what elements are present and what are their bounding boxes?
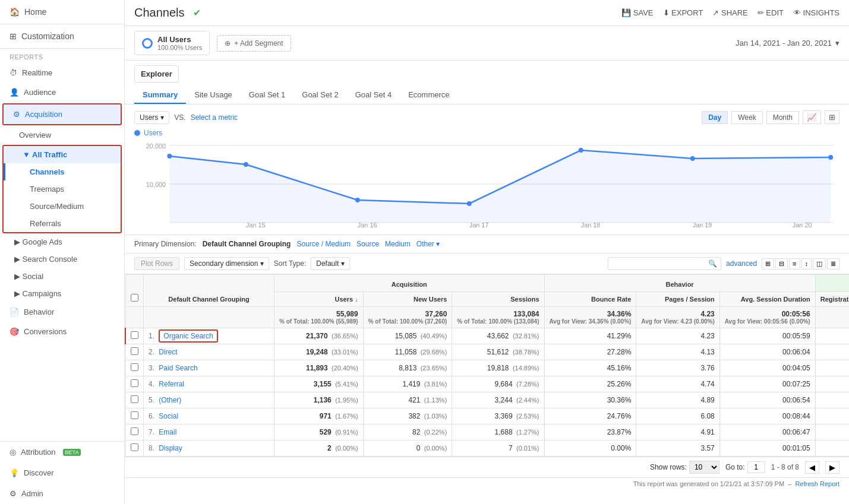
insights-button[interactable]: 👁 INSIGHTS (793, 8, 839, 17)
sessions-header[interactable]: Sessions (452, 292, 544, 307)
channel-link[interactable]: Display (159, 444, 182, 452)
edit-button[interactable]: ✏ EDIT (758, 8, 784, 17)
row-checkbox[interactable] (131, 347, 138, 355)
sidebar-item-source-medium[interactable]: Source/Medium (4, 198, 121, 215)
tab-summary[interactable]: Summary (134, 87, 186, 104)
channel-link[interactable]: Direct (159, 348, 177, 356)
dimension-medium[interactable]: Medium (385, 240, 411, 248)
save-button[interactable]: 💾 SAVE (621, 8, 653, 17)
segment-pct: 100.00% Users (157, 44, 202, 51)
channel-header[interactable]: Default Channel Grouping (144, 275, 274, 307)
bounce-rate-header[interactable]: Bounce Rate (544, 292, 636, 307)
tab-goal-set-1[interactable]: Goal Set 1 (241, 87, 293, 104)
tab-ecommerce[interactable]: Ecommerce (400, 87, 457, 104)
sidebar-item-attribution[interactable]: ◎ Attribution BETA (0, 442, 124, 462)
row-checkbox[interactable] (131, 331, 138, 339)
sidebar-item-discover[interactable]: 💡 Discover (0, 462, 124, 483)
sidebar-item-referrals[interactable]: Referrals (4, 215, 121, 232)
sidebar-item-all-traffic[interactable]: ▼ All Traffic (4, 146, 121, 163)
main-content: Channels ✔ 💾 SAVE ⬇ EXPORT ↗ SHARE ✏ EDI… (125, 0, 849, 504)
sort-type-select[interactable]: Default ▾ (311, 257, 349, 270)
sidebar-item-audience[interactable]: 👤 Audience (0, 83, 124, 102)
sidebar-item-behavior[interactable]: 📄 Behavior (0, 302, 124, 322)
select-all-checkbox[interactable] (125, 275, 144, 307)
add-segment-button[interactable]: ⊕ + Add Segment (217, 35, 291, 52)
row-checkbox[interactable] (131, 395, 138, 403)
secondary-dimension-select[interactable]: Secondary dimension ▾ (184, 257, 269, 270)
pivot-view-icon[interactable]: ≡ (789, 258, 800, 270)
lifetime-view-icon[interactable]: ≣ (827, 258, 839, 270)
dimension-source[interactable]: Source (356, 240, 379, 248)
sidebar-item-google-ads[interactable]: ▶ Google Ads (0, 233, 124, 251)
explorer-tab[interactable]: Explorer (134, 65, 179, 83)
row-checkbox-cell[interactable] (125, 392, 144, 408)
sidebar-item-acquisition[interactable]: ⚙ Acquisition (2, 103, 122, 125)
pages-session-header[interactable]: Pages / Session (636, 292, 719, 307)
date-range-picker[interactable]: Jan 14, 2021 - Jan 20, 2021 ▾ (736, 39, 839, 47)
avg-session-header[interactable]: Avg. Session Duration (719, 292, 815, 307)
sidebar-item-overview[interactable]: Overview (0, 126, 124, 144)
dimension-other[interactable]: Other ▾ (416, 240, 440, 248)
sidebar-home[interactable]: 🏠 Home (0, 0, 124, 24)
performance-view-icon[interactable]: ↕ (801, 258, 812, 270)
row-checkbox-cell[interactable] (125, 408, 144, 424)
row-checkbox[interactable] (131, 443, 138, 451)
conv-rate-header[interactable]: Registration General (Goal 1 Conversion … (815, 292, 849, 307)
sidebar-item-search-console[interactable]: ▶ Search Console (0, 251, 124, 268)
day-button[interactable]: Day (702, 111, 728, 124)
sidebar-item-campaigns[interactable]: ▶ Campaigns (0, 285, 124, 302)
grid-view-icon[interactable]: ⊞ (762, 258, 774, 270)
new-users-header[interactable]: New Users (363, 292, 452, 307)
show-rows-select[interactable]: 10 25 50 100 (689, 461, 719, 474)
channel-link[interactable]: Paid Search (159, 364, 197, 372)
bar-chart-icon[interactable]: ⊞ (825, 110, 839, 124)
compare-view-icon[interactable]: ⊟ (775, 258, 788, 270)
sidebar-item-realtime[interactable]: ⏱ Realtime (0, 63, 124, 83)
sidebar-item-channels[interactable]: Channels (4, 163, 121, 180)
row-checkbox-cell[interactable] (125, 328, 144, 344)
sidebar-customization[interactable]: ⊞ Customization (0, 24, 124, 49)
sidebar-item-treemaps[interactable]: Treemaps (4, 180, 121, 198)
month-button[interactable]: Month (766, 111, 799, 124)
prev-page-button[interactable]: ◀ (805, 461, 819, 474)
refresh-report-link[interactable]: Refresh Report (795, 480, 839, 487)
row-checkbox[interactable] (131, 363, 138, 371)
row-checkbox-cell[interactable] (125, 360, 144, 376)
select-metric-link[interactable]: Select a metric (191, 113, 238, 122)
all-users-segment[interactable]: All Users 100.00% Users (134, 31, 210, 55)
channel-link[interactable]: (Other) (159, 396, 181, 404)
row-checkbox-cell[interactable] (125, 344, 144, 360)
row-checkbox[interactable] (131, 427, 138, 435)
term-view-icon[interactable]: ◫ (813, 258, 826, 270)
row-checkbox-cell[interactable] (125, 376, 144, 392)
search-input[interactable] (608, 258, 705, 270)
total-avg-session: 00:05:56 Avg for View: 00:05:56 (0.00%) (719, 307, 815, 328)
next-page-button[interactable]: ▶ (825, 461, 839, 474)
export-button[interactable]: ⬇ EXPORT (663, 8, 703, 17)
metric-selector[interactable]: Users ▾ (134, 111, 169, 124)
dimension-source-medium[interactable]: Source / Medium (296, 240, 351, 248)
sidebar-item-social[interactable]: ▶ Social (0, 268, 124, 285)
row-checkbox-cell[interactable] (125, 440, 144, 457)
search-icon[interactable]: 🔍 (705, 258, 721, 270)
users-header[interactable]: Users ↓ (274, 292, 364, 307)
header-checkbox[interactable] (131, 294, 138, 302)
line-chart-icon[interactable]: 📈 (803, 110, 821, 124)
plot-rows-button: Plot Rows (134, 257, 179, 270)
channel-link[interactable]: Social (159, 412, 178, 420)
channel-link[interactable]: Email (159, 428, 176, 436)
sidebar-item-conversions[interactable]: 🎯 Conversions (0, 322, 124, 341)
goto-input[interactable] (747, 461, 765, 473)
week-button[interactable]: Week (731, 111, 762, 124)
sidebar-item-admin[interactable]: ⚙ Admin (0, 483, 124, 504)
channel-link[interactable]: Organic Search (159, 329, 217, 343)
row-checkbox[interactable] (131, 379, 138, 387)
tab-site-usage[interactable]: Site Usage (186, 87, 241, 104)
tab-goal-set-2[interactable]: Goal Set 2 (293, 87, 346, 104)
row-checkbox-cell[interactable] (125, 424, 144, 440)
channel-link[interactable]: Referral (159, 380, 184, 388)
tab-goal-set-4[interactable]: Goal Set 4 (347, 87, 400, 104)
advanced-link[interactable]: advanced (726, 259, 757, 268)
share-button[interactable]: ↗ SHARE (712, 8, 747, 17)
row-checkbox[interactable] (131, 411, 138, 419)
